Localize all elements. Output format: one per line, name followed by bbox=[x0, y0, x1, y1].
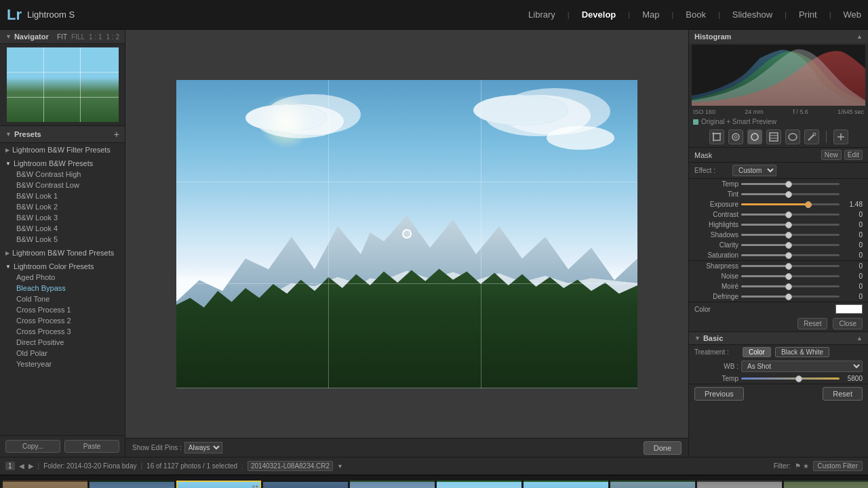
tint-slider-handle[interactable] bbox=[785, 191, 792, 198]
shadows-slider-handle[interactable] bbox=[785, 232, 792, 239]
filmstrip-thumb-3[interactable]: ◆● ●● ●● bbox=[176, 481, 261, 488]
preset-old-polar[interactable]: Old Polar bbox=[0, 348, 125, 359]
highlights-slider-handle[interactable] bbox=[785, 222, 792, 228]
filmstrip-thumb-4[interactable]: ◆● ●● bbox=[263, 481, 348, 488]
preset-bw-contrast-low[interactable]: B&W Contrast Low bbox=[0, 180, 125, 190]
reset-button[interactable]: Reset bbox=[797, 318, 827, 329]
preset-bw-look5[interactable]: B&W Look 5 bbox=[0, 234, 125, 245]
effect-select[interactable]: Custom None bbox=[732, 165, 776, 176]
preset-group-bw-filter-header[interactable]: ▶ Lightroom B&W Filter Presets bbox=[0, 144, 125, 155]
mask-edit-button[interactable]: Edit bbox=[844, 150, 863, 160]
preset-bw-look1[interactable]: B&W Look 1 bbox=[0, 190, 125, 201]
filter-icons[interactable]: ⚑ ★ bbox=[795, 462, 809, 470]
moire-slider-handle[interactable] bbox=[785, 283, 792, 290]
settings-tool[interactable] bbox=[833, 129, 848, 144]
saturation-slider-handle[interactable] bbox=[785, 252, 792, 259]
exposure-slider-track[interactable] bbox=[741, 203, 840, 205]
nav-fill[interactable]: FILL bbox=[71, 33, 85, 41]
filename-badge[interactable]: 20140321-L08A8234.CR2 bbox=[248, 461, 333, 471]
filmstrip-thumb-8[interactable]: ●● bbox=[610, 481, 695, 488]
mask-new-button[interactable]: New bbox=[821, 150, 842, 160]
preset-cold-tone[interactable]: Cold Tone bbox=[0, 293, 125, 304]
nav-develop[interactable]: Develop bbox=[582, 9, 616, 20]
previous-button[interactable]: Previous bbox=[694, 387, 744, 401]
exposure-slider-row: Exposure 1.48 bbox=[689, 199, 868, 209]
temp-slider-track[interactable] bbox=[741, 183, 840, 185]
filmstrip-thumb-7[interactable]: ●● bbox=[524, 481, 608, 488]
filename-dropdown-icon[interactable]: ▼ bbox=[337, 463, 343, 470]
nav-slideshow[interactable]: Slideshow bbox=[732, 9, 772, 20]
noise-slider-track[interactable] bbox=[741, 275, 840, 277]
radial-filter-tool[interactable] bbox=[785, 129, 800, 144]
presets-add-icon[interactable]: + bbox=[114, 129, 119, 140]
filmstrip-thumb-1[interactable]: ●◆ bbox=[3, 481, 87, 488]
preset-group-bw-toned-header[interactable]: ▶ Lightroom B&W Toned Presets bbox=[0, 247, 125, 258]
nav-book[interactable]: Book bbox=[686, 9, 706, 20]
contrast-slider-handle[interactable] bbox=[785, 211, 792, 218]
preset-bleach-bypass[interactable]: Bleach Bypass bbox=[0, 283, 125, 293]
basic-expand-icon[interactable]: ▲ bbox=[856, 335, 863, 342]
copy-button[interactable]: Copy... bbox=[5, 440, 60, 453]
basic-temp-slider-handle[interactable] bbox=[795, 375, 802, 382]
preset-aged-photo[interactable]: Aged Photo bbox=[0, 272, 125, 283]
nav-library[interactable]: Library bbox=[528, 9, 555, 20]
preset-bw-look4[interactable]: B&W Look 4 bbox=[0, 223, 125, 234]
color-swatch[interactable] bbox=[835, 304, 863, 314]
edit-pins-select[interactable]: AlwaysNeverAuto bbox=[184, 442, 222, 453]
filmstrip-thumb-9[interactable]: ●◆ ●● bbox=[697, 481, 782, 488]
filmstrip-nav-next[interactable]: ▶ bbox=[28, 462, 34, 470]
crop-tool[interactable] bbox=[709, 129, 724, 144]
red-eye-tool[interactable] bbox=[747, 129, 762, 144]
basic-temp-slider-track[interactable] bbox=[741, 378, 840, 380]
shadows-slider-track[interactable] bbox=[741, 234, 840, 236]
clarity-slider-handle[interactable] bbox=[785, 242, 792, 249]
preset-yesteryear[interactable]: Yesteryear bbox=[0, 359, 125, 369]
highlights-slider-track[interactable] bbox=[741, 224, 840, 226]
nav-1to2[interactable]: 1 : 2 bbox=[106, 33, 119, 41]
contrast-slider-track[interactable] bbox=[741, 214, 840, 216]
moire-slider-track[interactable] bbox=[741, 285, 840, 287]
preset-group-bw-header[interactable]: ▼ Lightroom B&W Presets bbox=[0, 158, 125, 169]
filmstrip-thumb-5[interactable]: ●◆ ●● bbox=[350, 481, 435, 488]
filmstrip-nav-prev[interactable]: ◀ bbox=[19, 462, 24, 470]
nav-web[interactable]: Web bbox=[844, 9, 862, 20]
sharpness-slider-track[interactable] bbox=[741, 265, 840, 267]
basic-section-header[interactable]: ▼ Basic ▲ bbox=[689, 332, 868, 345]
adjustment-brush-tool[interactable] bbox=[804, 129, 819, 144]
preset-cross-process-1[interactable]: Cross Process 1 bbox=[0, 304, 125, 315]
tint-slider-track[interactable] bbox=[741, 193, 840, 195]
preset-bw-look3[interactable]: B&W Look 3 bbox=[0, 212, 125, 223]
preset-cross-process-3[interactable]: Cross Process 3 bbox=[0, 326, 125, 337]
nav-print[interactable]: Print bbox=[799, 9, 817, 20]
nav-1to1[interactable]: 1 : 1 bbox=[89, 33, 102, 41]
preset-cross-process-2[interactable]: Cross Process 2 bbox=[0, 315, 125, 326]
defringe-slider-handle[interactable] bbox=[785, 293, 792, 300]
nav-map[interactable]: Map bbox=[642, 9, 659, 20]
preset-bw-look2[interactable]: B&W Look 2 bbox=[0, 201, 125, 212]
reset-all-button[interactable]: Reset bbox=[823, 387, 863, 401]
wb-select[interactable]: As Shot Auto Daylight Cloudy Shade Custo… bbox=[741, 361, 863, 372]
noise-slider-handle[interactable] bbox=[785, 273, 792, 280]
paste-button[interactable]: Paste bbox=[64, 440, 119, 453]
treatment-bw-button[interactable]: Black & White bbox=[775, 347, 829, 357]
preset-bw-contrast-high[interactable]: B&W Contrast High bbox=[0, 169, 125, 180]
defringe-slider-track[interactable] bbox=[741, 296, 840, 298]
sharpness-slider-handle[interactable] bbox=[785, 263, 792, 270]
clarity-slider-track[interactable] bbox=[741, 244, 840, 246]
saturation-slider-track[interactable] bbox=[741, 254, 840, 256]
close-button[interactable]: Close bbox=[833, 318, 863, 329]
temp-slider-handle[interactable] bbox=[785, 181, 792, 188]
treatment-color-button[interactable]: Color bbox=[743, 347, 771, 357]
exposure-slider-handle[interactable] bbox=[805, 201, 812, 208]
filmstrip-thumb-2[interactable]: ◆● ●● bbox=[90, 481, 174, 488]
filmstrip-thumb-6[interactable]: ●◆ ●● bbox=[437, 481, 521, 488]
spot-removal-tool[interactable] bbox=[728, 129, 743, 144]
histogram-expand-icon[interactable]: ▲ bbox=[856, 33, 863, 40]
filmstrip-thumb-10[interactable]: ◆● ●● bbox=[784, 481, 868, 488]
graduated-filter-tool[interactable] bbox=[766, 129, 781, 144]
nav-fit[interactable]: FIT bbox=[57, 33, 67, 41]
done-button[interactable]: Done bbox=[644, 441, 682, 455]
custom-filter-btn[interactable]: Custom Filter bbox=[813, 461, 863, 471]
preset-direct-positive[interactable]: Direct Positive bbox=[0, 337, 125, 348]
preset-group-color-header[interactable]: ▼ Lightroom Color Presets bbox=[0, 261, 125, 272]
